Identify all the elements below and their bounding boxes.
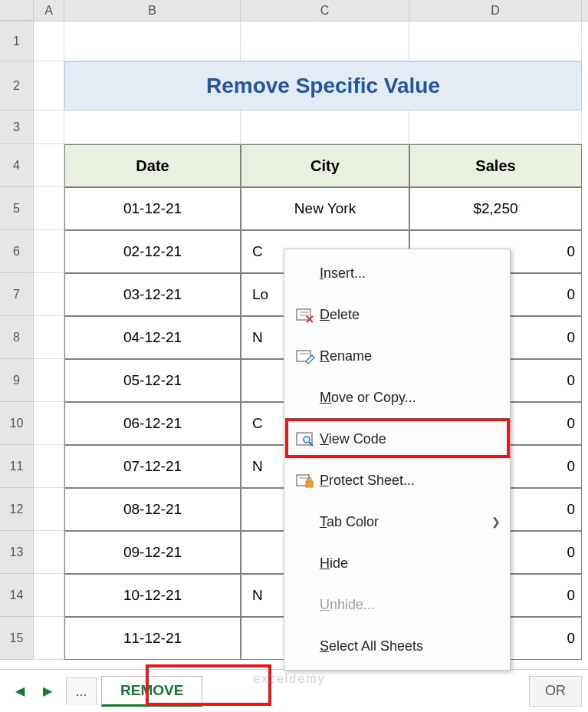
col-header-C[interactable]: C [241,0,409,21]
cell-D5[interactable]: $2,250 [409,187,582,230]
menu-move-copy[interactable]: Move or Copy... [284,377,510,418]
cell-A10[interactable] [34,402,64,445]
cell-A1[interactable] [34,21,64,61]
cell-B9[interactable]: 05-12-21 [64,359,241,402]
row-header-15[interactable]: 15 [0,617,34,660]
sheet-context-menu: Insert... Delete Rename Move or Copy... … [284,249,511,671]
cell-B1[interactable] [64,21,241,61]
cell-A15[interactable] [34,617,64,660]
cell-C1[interactable] [241,21,409,61]
row-header-2[interactable]: 2 [0,61,34,110]
view-code-icon [291,430,320,447]
svg-point-8 [304,437,310,443]
menu-protect-sheet[interactable]: Protect Sheet... [284,460,510,501]
cell-A12[interactable] [34,488,64,531]
row-header-12[interactable]: 12 [0,488,34,531]
row-header-9[interactable]: 9 [0,359,34,402]
cell-A11[interactable] [34,445,64,488]
col-header-B[interactable]: B [64,0,241,21]
cell-B13[interactable]: 09-12-21 [64,531,241,574]
sheet-tab-bar: ◀ ▶ ... REMOVE OR [0,669,588,712]
row-header-6[interactable]: 6 [0,230,34,273]
cell-C4[interactable]: City [241,144,409,187]
cell-D1[interactable] [409,21,582,61]
row-header-4[interactable]: 4 [0,144,34,187]
cell-B4[interactable]: Date [64,144,241,187]
cell-A4[interactable] [34,144,64,187]
menu-select-all-sheets[interactable]: Select All Sheets [284,625,510,667]
cell-B11[interactable]: 07-12-21 [64,445,241,488]
cell-B5[interactable]: 01-12-21 [64,187,241,230]
delete-icon [291,306,320,323]
rename-icon [291,348,320,364]
cell-A3[interactable] [34,110,64,144]
cell-B12[interactable]: 08-12-21 [64,488,241,531]
select-all-corner[interactable] [0,0,34,21]
tab-overflow-button[interactable]: ... [66,677,97,705]
cell-B14[interactable]: 10-12-21 [64,574,241,617]
cell-D3[interactable] [409,110,582,144]
row-header-1[interactable]: 1 [0,21,34,61]
cell-C5[interactable]: New York [241,187,409,230]
sheet-tab-remove[interactable]: REMOVE [101,676,202,707]
menu-insert[interactable]: Insert... [284,252,510,294]
tab-nav-next-icon[interactable]: ▶ [37,681,58,702]
cell-C3[interactable] [241,110,409,144]
menu-delete[interactable]: Delete [284,294,510,335]
row-header-10[interactable]: 10 [0,402,34,445]
menu-rename[interactable]: Rename [284,335,510,377]
menu-tab-color[interactable]: Tab Color ❯ [284,501,510,542]
col-header-A[interactable]: A [34,0,64,21]
row-header-5[interactable]: 5 [0,187,34,230]
cell-A13[interactable] [34,531,64,574]
column-headers: ABCD [0,0,588,21]
cell-A7[interactable] [34,273,64,316]
tab-nav-first-icon[interactable]: ◀ [9,681,31,702]
cell-B15[interactable]: 11-12-21 [64,617,241,660]
row-headers: 123456789101112131415 [0,21,34,660]
menu-view-code[interactable]: View Code [284,418,510,460]
protect-icon [291,472,320,489]
cell-A6[interactable] [34,230,64,273]
cell-B6[interactable]: 02-12-21 [64,230,241,273]
cell-D4[interactable]: Sales [409,144,582,187]
menu-hide[interactable]: Hide [284,542,510,584]
row-header-3[interactable]: 3 [0,110,34,144]
cell-A2[interactable] [34,61,64,110]
row-header-8[interactable]: 8 [0,316,34,359]
cell-B8[interactable]: 04-12-21 [64,316,241,359]
row-header-14[interactable]: 14 [0,574,34,617]
cell-B3[interactable] [64,110,241,144]
row-header-7[interactable]: 7 [0,273,34,316]
cell-A8[interactable] [34,316,64,359]
sheet-tab-or[interactable]: OR [529,676,582,707]
cell-A14[interactable] [34,574,64,617]
cell-B7[interactable]: 03-12-21 [64,273,241,316]
cell-B10[interactable]: 06-12-21 [64,402,241,445]
cell-A5[interactable] [34,187,64,230]
cell-B2[interactable]: Remove Specific Value [64,61,582,110]
svg-rect-12 [306,481,313,487]
row-header-13[interactable]: 13 [0,531,34,574]
row-header-11[interactable]: 11 [0,445,34,488]
cell-A9[interactable] [34,359,64,402]
col-header-D[interactable]: D [409,0,582,21]
chevron-right-icon: ❯ [491,516,501,528]
menu-unhide: Unhide... [284,584,510,625]
